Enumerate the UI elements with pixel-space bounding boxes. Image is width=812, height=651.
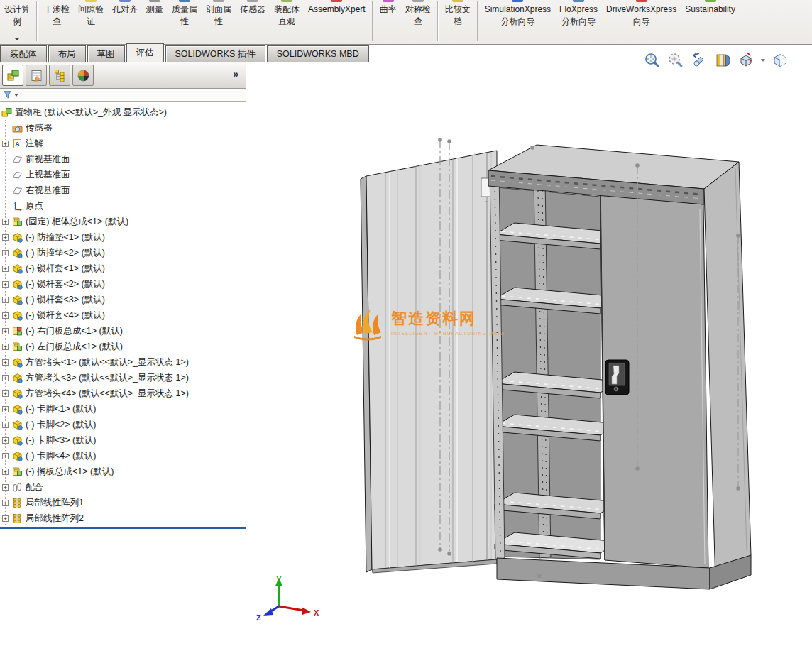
tree-item[interactable]: +(-) 卡脚<1> (默认) xyxy=(0,401,246,417)
expand-box-icon[interactable]: + xyxy=(2,484,9,491)
tree-item[interactable]: +(-) 锁杆套<3> (默认) xyxy=(0,292,246,307)
ribbon-button-label2: 性 xyxy=(206,16,231,27)
tree-item[interactable]: 传感器 xyxy=(0,120,246,136)
tree-item[interactable]: +(-) 卡脚<4> (默认) xyxy=(0,448,246,464)
expand-box-icon[interactable]: + xyxy=(2,359,9,366)
ribbon-button[interactable]: 传感器 xyxy=(236,0,270,45)
ribbon-button-label: 设计算 xyxy=(4,4,30,15)
tree-item[interactable]: +(-) 右门板总成<1> (默认) xyxy=(0,323,246,339)
tree-item[interactable]: +方管堵头<1> (默认<<默认>_显示状态 1>) xyxy=(0,354,246,370)
asm2-icon xyxy=(12,326,23,337)
displaymanager-icon xyxy=(77,69,90,82)
ribbon-button[interactable]: 对称检查 xyxy=(401,0,435,45)
commandmanager-tab[interactable]: 草图 xyxy=(87,45,125,62)
tree-item[interactable]: 右视基准面 xyxy=(0,182,246,198)
expand-box-icon[interactable]: + xyxy=(2,515,9,522)
tree-item-label: 原点 xyxy=(26,200,43,212)
tree-item[interactable]: +(-) 锁杆套<4> (默认) xyxy=(0,307,246,323)
ribbon-button[interactable]: 曲率 xyxy=(375,0,401,45)
ribbon-button[interactable]: 比较文档 xyxy=(441,0,475,45)
commandmanager-tab[interactable]: 布局 xyxy=(48,45,86,62)
tree-item[interactable]: 前视基准面 xyxy=(0,151,246,167)
tree-item[interactable]: +局部线性阵列1 xyxy=(0,495,246,510)
ribbon-button[interactable]: FloXpress分析向导 xyxy=(555,0,602,45)
ribbon-button[interactable]: 设计算例 xyxy=(0,0,34,45)
expand-box-icon[interactable]: + xyxy=(2,437,9,444)
tree-item[interactable]: +(-) 搁板总成<1> (默认) xyxy=(0,464,246,479)
commandmanager-tab[interactable]: SOLIDWORKS 插件 xyxy=(165,45,265,62)
coordinate-triad: Y X Z xyxy=(256,574,321,630)
part-icon xyxy=(12,310,23,321)
cabinet-right-side xyxy=(704,162,751,584)
ribbon-button[interactable]: 装配体直观 xyxy=(270,0,304,45)
tree-item[interactable]: +配合 xyxy=(0,479,246,495)
ribbon-button-label2 xyxy=(685,16,735,27)
expand-box-icon[interactable]: + xyxy=(2,141,9,147)
tree-item[interactable]: +(-) 锁杆套<2> (默认) xyxy=(0,276,246,292)
expand-box-icon[interactable]: + xyxy=(2,328,9,334)
panel-expand-chevron[interactable]: » xyxy=(233,68,238,80)
featuremanager-tree-tab[interactable] xyxy=(2,65,23,86)
graphics-viewport[interactable]: 智造资料网 INTELLIGENT MANUFACTURING DATA Y X… xyxy=(246,62,812,651)
tree-item[interactable]: +局部线性阵列2 xyxy=(0,510,246,526)
expand-box-icon[interactable]: + xyxy=(2,453,9,459)
expand-box-icon[interactable]: + xyxy=(2,406,9,412)
expand-box-icon[interactable]: + xyxy=(2,422,9,428)
tree-item-label: (-) 卡脚<3> (默认) xyxy=(26,434,96,447)
tree-item[interactable]: +(-) 卡脚<2> (默认) xyxy=(0,417,246,432)
expand-box-icon[interactable]: + xyxy=(2,344,9,350)
rollback-bar[interactable] xyxy=(0,527,246,529)
tree-item[interactable]: +(固定) 柜体总成<1> (默认) xyxy=(0,214,246,229)
tree-item[interactable]: +(-) 卡脚<3> (默认) xyxy=(0,432,246,448)
expand-box-icon[interactable]: + xyxy=(2,297,9,303)
ribbon-button[interactable]: Sustainability xyxy=(681,0,740,45)
view-orientation-dropdown-arrow[interactable] xyxy=(761,59,765,62)
tree-item-label: 右视基准面 xyxy=(26,185,70,197)
displaymanager-tab[interactable] xyxy=(72,65,94,86)
expand-box-icon[interactable]: + xyxy=(2,234,9,241)
expand-box-icon[interactable]: + xyxy=(2,469,9,475)
part-icon xyxy=(12,263,23,274)
expand-box-icon[interactable]: + xyxy=(2,312,9,319)
tree-item[interactable]: +(-) 左门板总成<1> (默认) xyxy=(0,339,246,354)
tree-item[interactable]: +方管堵头<3> (默认<<默认>_显示状态 1>) xyxy=(0,370,246,385)
tree-item[interactable]: 原点 xyxy=(0,198,246,214)
commandmanager-tab[interactable]: 评估 xyxy=(126,43,164,62)
tree-item-label: 配合 xyxy=(26,481,43,493)
ribbon-button-label: 装配体 xyxy=(274,4,300,15)
tree-filter-row[interactable] xyxy=(0,89,246,102)
ribbon-button[interactable]: DriveWorksXpress向导 xyxy=(602,0,681,45)
ribbon-button[interactable]: SimulationXpress分析向导 xyxy=(481,0,555,45)
expand-box-icon[interactable]: + xyxy=(2,375,9,381)
3d-model-cabinet[interactable] xyxy=(246,62,812,651)
ribbon-button[interactable]: 质量属性 xyxy=(168,0,202,45)
ribbon-button[interactable]: AssemblyXpert xyxy=(304,0,370,45)
tree-item[interactable]: +(-) 防撞垫<1> (默认) xyxy=(0,229,246,245)
ribbon-button[interactable]: 孔对齐 xyxy=(108,0,142,45)
tree-item[interactable]: +方管堵头<4> (默认<<默认>_显示状态 1>) xyxy=(0,385,246,401)
expand-box-icon[interactable]: + xyxy=(2,500,9,506)
propertymanager-tab[interactable] xyxy=(26,65,47,86)
door-lock xyxy=(605,360,629,395)
tree-item[interactable]: +(-) 防撞垫<2> (默认) xyxy=(0,245,246,261)
expand-box-icon[interactable]: + xyxy=(2,250,9,256)
configurationmanager-tab[interactable] xyxy=(49,65,70,86)
ribbon-button[interactable]: 剖面属性 xyxy=(202,0,236,45)
expand-box-icon[interactable]: + xyxy=(2,266,9,272)
ribbon-button-label: 比较文 xyxy=(445,4,471,15)
tree-item[interactable]: +(-) 锁杆套<1> (默认) xyxy=(0,261,246,276)
commandmanager-tab[interactable]: SOLIDWORKS MBD xyxy=(267,45,369,62)
ribbon-button[interactable]: 间隙验证 xyxy=(74,0,108,45)
expand-box-icon[interactable]: + xyxy=(2,390,9,397)
ribbon-button[interactable]: 干涉检查 xyxy=(40,0,74,45)
expand-box-icon[interactable]: + xyxy=(2,219,9,225)
tree-item[interactable]: +A注解 xyxy=(0,136,246,151)
commandmanager-tab[interactable]: 装配体 xyxy=(0,45,47,62)
expand-box-icon[interactable]: + xyxy=(2,281,9,288)
filter-dropdown-arrow[interactable] xyxy=(14,94,18,97)
ribbon-button-icon xyxy=(331,0,342,2)
tree-item[interactable]: 置物柜 (默认<<默认>_外观 显示状态>) xyxy=(0,104,246,120)
tree-item[interactable]: 上视基准面 xyxy=(0,167,246,182)
ribbon-button[interactable]: 测量 xyxy=(142,0,168,45)
dropdown-arrow-icon[interactable] xyxy=(14,38,20,40)
